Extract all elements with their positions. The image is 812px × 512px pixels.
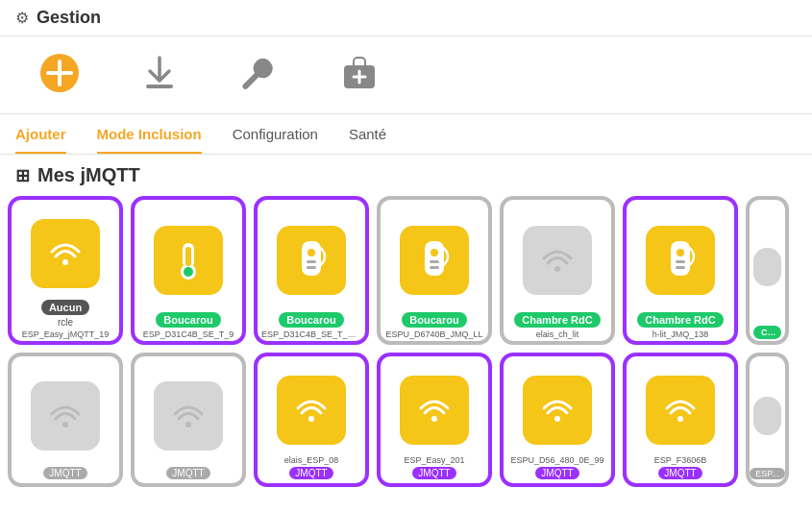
svg-rect-19: [430, 260, 439, 263]
svg-point-27: [62, 422, 68, 427]
device-card[interactable]: Boucarou ESP_D31C4B_SE_T_9: [131, 196, 246, 345]
svg-rect-3: [146, 85, 173, 88]
device-card[interactable]: JMQTT: [8, 353, 123, 487]
page-title: Gestion: [37, 8, 101, 28]
device-card[interactable]: Boucarou ESP_D31C4B_SE_T_MQ: [254, 196, 369, 345]
devices-row-1: Aucun rcle ESP_Easy_jMQTT_19 Boucarou ES…: [8, 196, 804, 345]
add-button[interactable]: [38, 52, 81, 98]
device-card-partial[interactable]: Cham...: [746, 196, 789, 345]
header: ⚙ Gestion: [0, 0, 812, 37]
svg-rect-15: [307, 260, 316, 263]
device-subname: ESP_Easy_jMQTT_19: [15, 329, 115, 341]
device-subname: ESP_D31C4B_SE_T_9: [138, 329, 238, 341]
device-subname: h-lit_JMQ_138: [630, 329, 730, 341]
medkit-button[interactable]: [338, 52, 381, 98]
device-type-badge: JMQTT: [535, 467, 578, 479]
devices-row-2: JMQTT JMQTT: [8, 353, 804, 487]
toolbar: [0, 37, 812, 114]
device-type-badge: ESP...: [750, 468, 784, 479]
device-type-badge: JMQTT: [658, 467, 701, 479]
svg-rect-20: [430, 266, 439, 269]
svg-point-30: [431, 416, 437, 422]
device-type-badge: JMQTT: [412, 467, 455, 479]
svg-point-8: [62, 259, 68, 265]
tabs-bar: Ajouter Mode Inclusion Configuration San…: [0, 114, 812, 155]
svg-rect-26: [676, 266, 685, 269]
device-badge: Boucarou: [279, 312, 343, 328]
device-badge: Boucarou: [402, 312, 466, 328]
svg-rect-16: [307, 266, 316, 269]
device-badge: Boucarou: [156, 312, 220, 328]
svg-point-31: [554, 416, 560, 422]
tab-configuration[interactable]: Configuration: [233, 126, 318, 154]
device-name: ESP_F3606B: [630, 455, 730, 467]
section-title-mes-jmqtt: ⊞ Mes jMQTT: [0, 155, 812, 192]
device-card[interactable]: ESP_F3606B JMQTT: [623, 353, 738, 487]
device-badge: Cham...: [753, 326, 781, 339]
device-card[interactable]: ESP_Easy_201 JMQTT: [377, 353, 492, 487]
svg-point-29: [308, 416, 314, 422]
svg-rect-11: [185, 247, 191, 266]
svg-point-12: [184, 267, 193, 277]
svg-rect-25: [676, 260, 685, 263]
devices-grid: Aucun rcle ESP_Easy_jMQTT_19 Boucarou ES…: [0, 192, 812, 491]
device-card[interactable]: elais_ESP_08 JMQTT: [254, 353, 369, 487]
device-name: ESP_Easy_201: [384, 455, 484, 467]
device-badge: Chambre RdC: [514, 312, 600, 328]
device-subname: ESP_D31C4B_SE_T_MQ: [261, 329, 361, 341]
device-card-partial[interactable]: ESP...: [746, 353, 789, 487]
wrench-button[interactable]: [238, 52, 281, 98]
device-card[interactable]: Chambre RdC elais_ch_lit: [500, 196, 615, 345]
device-type-badge: JMQTT: [289, 467, 332, 479]
svg-point-24: [677, 249, 684, 256]
grid-icon: ⊞: [15, 165, 30, 186]
tab-sante[interactable]: Santé: [349, 126, 386, 154]
tab-mode-inclusion[interactable]: Mode Inclusion: [97, 126, 202, 154]
device-subname: ESPU_D6740B_JMQ_LL: [384, 329, 484, 341]
device-subname: elais_ch_lit: [507, 329, 607, 341]
device-name: rcle: [15, 317, 115, 329]
device-card[interactable]: JMQTT: [131, 353, 246, 487]
svg-point-18: [431, 249, 438, 256]
device-type-badge: JMQTT: [166, 467, 209, 479]
svg-point-32: [677, 416, 683, 422]
device-type-badge: JMQTT: [43, 467, 86, 479]
device-card[interactable]: ESPU_D56_480_0E_99 JMQTT: [500, 353, 615, 487]
device-name: elais_ESP_08: [261, 455, 361, 467]
device-badge: Aucun: [41, 300, 89, 315]
device-card[interactable]: Chambre RdC h-lit_JMQ_138: [623, 196, 738, 345]
device-badge: Chambre RdC: [637, 312, 723, 328]
device-name: ESPU_D56_480_0E_99: [507, 455, 607, 467]
tab-ajouter[interactable]: Ajouter: [15, 126, 66, 154]
device-card[interactable]: Boucarou ESPU_D6740B_JMQ_LL: [377, 196, 492, 345]
download-button[interactable]: [138, 52, 181, 98]
device-card[interactable]: Aucun rcle ESP_Easy_jMQTT_19: [8, 196, 123, 345]
svg-point-22: [554, 266, 560, 272]
svg-point-14: [308, 249, 315, 256]
gear-icon: ⚙: [15, 9, 29, 27]
svg-point-28: [185, 422, 191, 427]
